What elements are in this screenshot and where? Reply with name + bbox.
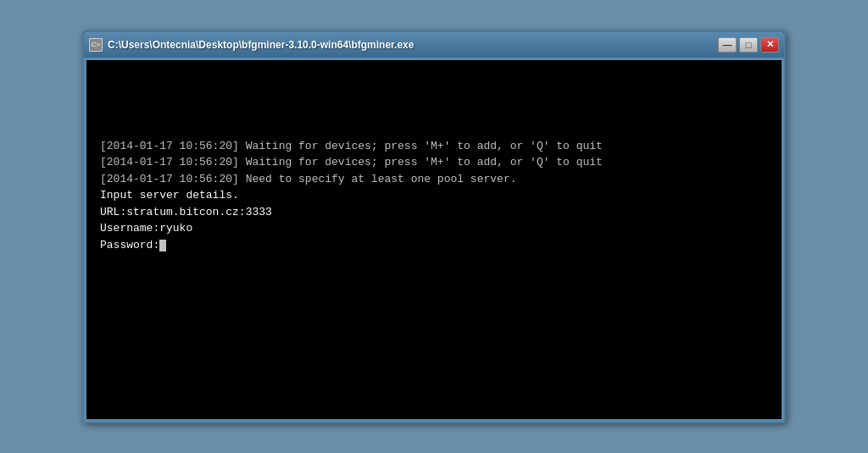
- console-line: Input server details.: [100, 187, 768, 204]
- window-icon: C>: [89, 38, 103, 52]
- console-line: [2014-01-17 10:56:20] Waiting for device…: [100, 154, 768, 171]
- window-title: C:\Users\Ontecnia\Desktop\bfgminer-3.10.…: [108, 39, 414, 51]
- close-button[interactable]: ✕: [760, 37, 779, 52]
- minimize-button[interactable]: —: [718, 37, 737, 52]
- cursor: [159, 240, 166, 251]
- console-output: [2014-01-17 10:56:20] Waiting for device…: [84, 58, 784, 422]
- console-line: Password:: [100, 237, 768, 254]
- title-bar-left: C> C:\Users\Ontecnia\Desktop\bfgminer-3.…: [89, 38, 414, 52]
- terminal-window: C> C:\Users\Ontecnia\Desktop\bfgminer-3.…: [82, 30, 786, 423]
- console-line: URL:stratum.bitcon.cz:3333: [100, 204, 768, 221]
- console-line: [2014-01-17 10:56:20] Waiting for device…: [100, 138, 768, 155]
- console-line: Username:ryuko: [100, 220, 768, 237]
- title-bar: C> C:\Users\Ontecnia\Desktop\bfgminer-3.…: [84, 32, 784, 58]
- maximize-button[interactable]: □: [739, 37, 758, 52]
- console-line: [2014-01-17 10:56:20] Need to specify at…: [100, 171, 768, 188]
- window-controls: — □ ✕: [718, 37, 779, 52]
